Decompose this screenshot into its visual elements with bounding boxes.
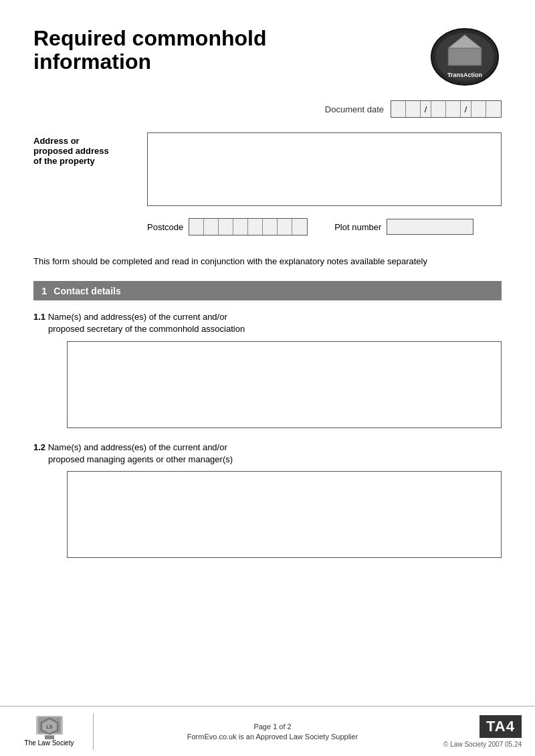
- page-wrapper: Required commonhold information TransAct…: [0, 0, 535, 756]
- footer: LS The Law Society Page 1 of 2 FormEvo.c…: [0, 706, 535, 756]
- main-content: Required commonhold information TransAct…: [0, 0, 535, 585]
- date-box-m1[interactable]: [431, 101, 446, 117]
- item-1-2-input-box[interactable]: [67, 471, 502, 558]
- date-input-boxes[interactable]: / /: [391, 100, 502, 118]
- date-box-d2[interactable]: [406, 101, 421, 117]
- section-1-header: 1 Contact details: [33, 281, 502, 300]
- item-1-2-label: 1.2 Name(s) and address(es) of the curre…: [33, 442, 502, 466]
- date-box-m2[interactable]: [446, 101, 461, 117]
- logo-block: TransAction: [428, 27, 502, 87]
- header: Required commonhold information TransAct…: [33, 27, 502, 87]
- footer-supplier-text: FormEvo.co.uk is an Approved Law Society…: [102, 733, 443, 741]
- date-slash-1: /: [421, 101, 431, 117]
- section-1-title: Contact details: [54, 286, 120, 296]
- footer-middle: Page 1 of 2 FormEvo.co.uk is an Approved…: [102, 723, 443, 741]
- item-1-1: 1.1 Name(s) and address(es) of the curre…: [33, 311, 502, 428]
- postcode-boxes[interactable]: [189, 218, 308, 235]
- item-1-1-input-box[interactable]: [67, 341, 502, 428]
- document-date-label: Document date: [325, 104, 384, 114]
- footer-form-code: TA4: [479, 715, 522, 738]
- section-1-number: 1: [41, 285, 47, 296]
- item-1-1-label: 1.1 Name(s) and address(es) of the curre…: [33, 311, 502, 335]
- plot-number-input[interactable]: [387, 219, 473, 235]
- plot-number-label: Plot number: [334, 222, 381, 232]
- date-box-y2[interactable]: [486, 101, 501, 117]
- postcode-box-7[interactable]: [278, 219, 292, 235]
- date-box-y1[interactable]: [471, 101, 486, 117]
- footer-logo-section: LS The Law Society: [13, 713, 94, 750]
- footer-right: TA4 © Law Society 2007 05.24: [443, 715, 522, 748]
- address-section: Address or proposed address of the prope…: [33, 132, 502, 206]
- postcode-box-6[interactable]: [263, 219, 278, 235]
- title-block: Required commonhold information: [33, 27, 266, 74]
- date-box-d1[interactable]: [391, 101, 406, 117]
- footer-page-number: Page 1 of 2: [102, 723, 443, 731]
- address-label: Address or proposed address of the prope…: [33, 132, 147, 166]
- note-text: This form should be completed and read i…: [33, 256, 502, 268]
- address-input-box[interactable]: [147, 132, 502, 206]
- item-1-2: 1.2 Name(s) and address(es) of the curre…: [33, 442, 502, 558]
- postcode-box-4[interactable]: [233, 219, 248, 235]
- transaction-logo: TransAction: [428, 27, 502, 87]
- footer-copyright: © Law Society 2007 05.24: [443, 741, 522, 748]
- postcode-box-8[interactable]: [292, 219, 307, 235]
- document-date-row: Document date / /: [33, 100, 502, 118]
- postcode-box-5[interactable]: [248, 219, 263, 235]
- postcode-box-2[interactable]: [204, 219, 219, 235]
- svg-text:TransAction: TransAction: [447, 72, 482, 78]
- date-slash-2: /: [461, 101, 471, 117]
- postcode-row: Postcode Plot number: [147, 218, 502, 235]
- svg-text:LS: LS: [46, 725, 52, 729]
- postcode-box-3[interactable]: [219, 219, 233, 235]
- postcode-label: Postcode: [147, 222, 183, 232]
- page-title: Required commonhold information: [33, 27, 266, 74]
- law-society-crest: LS: [33, 716, 66, 739]
- footer-law-society-label: The Law Society: [25, 739, 74, 747]
- postcode-box-1[interactable]: [189, 219, 204, 235]
